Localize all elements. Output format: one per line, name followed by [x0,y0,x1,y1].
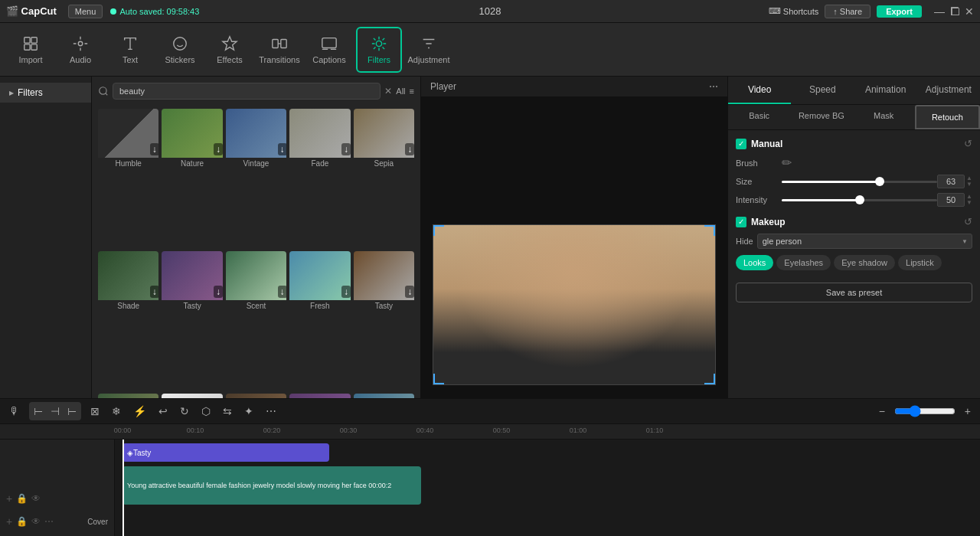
zoom-in-icon[interactable]: + [962,404,974,419]
tool-effects[interactable]: Effects [207,27,253,73]
size-slider-thumb[interactable] [875,177,884,186]
download-icon-tasty[interactable]: ↓ [214,286,223,298]
size-value-input[interactable] [937,175,965,188]
filter-card-tasty2[interactable]: ↓ Tasty [354,251,414,391]
makeup-tab-looks[interactable]: Looks [736,255,773,270]
video-clip[interactable]: Young attractive beautiful female fashio… [122,466,421,505]
close-icon[interactable]: ✕ [965,5,974,18]
sidebar-item-filters[interactable]: Filters [0,83,91,103]
freeze-icon[interactable]: ❄ [109,404,124,419]
autosave-dot [110,8,116,15]
tool-adjustment[interactable]: Adjustment [406,27,452,73]
brush-tool-icon[interactable]: ✏ [782,155,792,170]
timeline-mic-button[interactable]: 🎙 [6,404,23,419]
svg-rect-9 [322,38,336,47]
export-button[interactable]: Export [877,5,922,18]
intensity-value-input[interactable] [937,193,965,207]
tool-audio[interactable]: Audio [57,27,103,73]
makeup-tab-eyelashes[interactable]: Eyelashes [776,255,831,270]
handle-top-left[interactable] [433,225,444,236]
speed-icon[interactable]: ⚡ [130,404,149,419]
player-menu-icon[interactable]: ⋯ [709,81,718,92]
shortcuts-button[interactable]: ⌨ Shortcuts [769,6,818,16]
more-icon[interactable]: ⋯ [263,404,279,419]
reverse-icon[interactable]: ↩ [155,404,171,419]
filter-card-sepia[interactable]: ↓ Sepia [354,109,414,248]
download-icon-humble[interactable]: ↓ [150,143,159,155]
makeup-tab-eye-shadow[interactable]: Eye shadow [834,255,895,270]
lock-icon-2[interactable]: 🔒 [16,516,28,527]
save-preset-button[interactable]: Save as preset [736,283,972,302]
tasty-filter-clip[interactable]: ◈ Tasty [122,443,329,462]
trim-left-icon[interactable]: ⊣ [47,404,63,419]
sub-tab-mask[interactable]: Mask [853,105,915,129]
makeup-tab-lipstick[interactable]: Lipstick [898,255,942,270]
size-down-arrow[interactable]: ▼ [966,181,972,188]
tab-video[interactable]: Video [728,77,791,104]
filter-card-fade[interactable]: ↓ Fade [289,109,350,248]
download-icon-nature[interactable]: ↓ [214,143,223,155]
filter-search-input[interactable] [113,83,381,100]
eye-icon[interactable]: 👁 [31,493,41,504]
tool-text[interactable]: Text [107,27,153,73]
filter-card-tasty[interactable]: ↓ Tasty [162,251,222,391]
split-icon[interactable]: ⊢ [31,404,46,419]
handle-bottom-right[interactable] [704,374,715,384]
person-select[interactable]: gle person All persons [757,234,972,249]
tool-captions[interactable]: Captions [306,27,352,73]
download-icon-tasty2[interactable]: ↓ [405,286,414,298]
minimize-icon[interactable]: — [934,5,945,18]
sub-tab-retouch[interactable]: Retouch [915,105,980,129]
tool-import[interactable]: Import [8,27,54,73]
handle-bottom-left[interactable] [433,374,444,384]
clear-search-icon[interactable]: ✕ [384,86,392,96]
sub-tab-basic[interactable]: Basic [728,105,790,129]
download-icon-sepia[interactable]: ↓ [405,143,414,155]
intensity-down-arrow[interactable]: ▼ [966,200,972,206]
delete-icon[interactable]: ⊠ [87,404,103,419]
rotate-icon[interactable]: ↻ [177,404,192,419]
tab-adjustment[interactable]: Adjustment [917,77,980,104]
download-icon-fade[interactable]: ↓ [341,143,351,155]
tool-filters[interactable]: Filters [356,27,402,73]
add-track-icon-2[interactable]: + [6,515,12,528]
tab-speed[interactable]: Speed [791,77,854,104]
filter-card-vintage[interactable]: ↓ Vintage [226,109,286,248]
lock-icon[interactable]: 🔒 [16,493,28,504]
zoom-out-icon[interactable]: − [876,404,888,419]
tool-stickers[interactable]: Stickers [157,27,203,73]
ai-icon[interactable]: ✦ [241,404,256,419]
replace-icon[interactable]: ⇆ [220,404,235,419]
add-track-icon[interactable]: + [6,492,12,505]
zoom-slider[interactable] [894,405,956,417]
mask-icon[interactable]: ⬡ [198,404,214,419]
more-track-icon[interactable]: ⋯ [44,516,54,527]
manual-reset-icon[interactable]: ↺ [964,138,972,149]
trim-right-icon[interactable]: ⊢ [64,404,80,419]
maximize-icon[interactable]: ⧠ [949,5,960,18]
download-icon-vintage[interactable]: ↓ [278,143,287,155]
intensity-slider-thumb[interactable] [855,195,864,204]
sub-tab-remove-bg[interactable]: Remove BG [790,105,852,129]
download-icon-scent[interactable]: ↓ [278,286,287,298]
tool-transitions[interactable]: Transitions [256,27,302,73]
timeline-playhead[interactable] [122,440,124,536]
share-button[interactable]: ↑ Share [825,5,871,18]
download-icon-shade[interactable]: ↓ [150,286,159,298]
filter-card-shade[interactable]: ↓ Shade [98,251,158,391]
filter-card-nature[interactable]: ↓ Nature [162,109,222,248]
cover-button[interactable]: Cover [87,518,108,526]
menu-button[interactable]: Menu [68,5,103,18]
filter-list-icon[interactable]: ≡ [410,87,414,96]
tab-animation[interactable]: Animation [854,77,917,104]
filter-card-humble[interactable]: ↓ Humble [98,109,158,248]
makeup-checkbox[interactable] [736,217,746,227]
track-content: ◈ Tasty Young attractive beautiful femal… [115,440,980,536]
eye-icon-2[interactable]: 👁 [31,516,41,527]
handle-top-right[interactable] [704,225,715,236]
filter-card-scent[interactable]: ↓ Scent [226,251,286,391]
makeup-reset-icon[interactable]: ↺ [964,216,972,227]
manual-checkbox[interactable] [736,139,746,149]
download-icon-fresh[interactable]: ↓ [341,286,351,298]
filter-card-fresh[interactable]: ↓ Fresh [289,251,350,391]
